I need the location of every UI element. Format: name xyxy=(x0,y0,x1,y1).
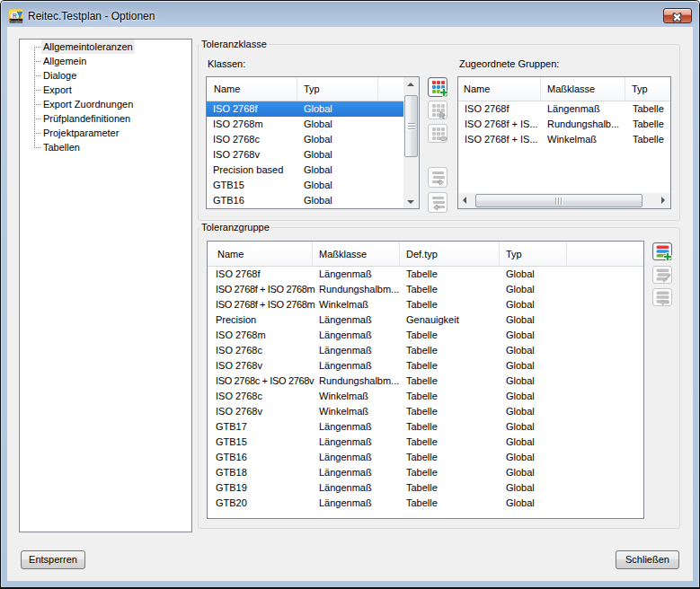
svg-text:Testplan: Testplan xyxy=(9,19,23,23)
